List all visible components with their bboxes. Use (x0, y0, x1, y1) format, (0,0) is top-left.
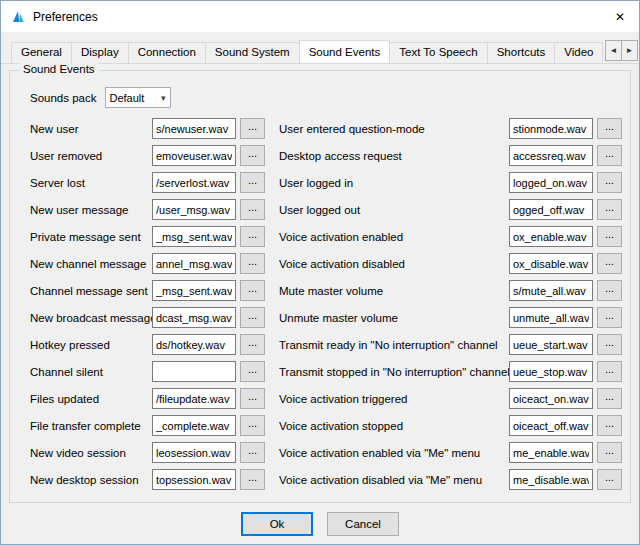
tab-shortcuts[interactable]: Shortcuts (487, 42, 556, 63)
browse-button[interactable]: ... (240, 307, 265, 328)
table-row: Voice activation stopped ... (279, 415, 622, 436)
sound-file-input[interactable] (509, 334, 593, 355)
tab-sound-system[interactable]: Sound System (205, 42, 300, 63)
tab-connection[interactable]: Connection (128, 42, 206, 63)
sound-event-label: Channel silent (30, 366, 152, 378)
sound-file-input[interactable] (509, 469, 593, 490)
browse-button[interactable]: ... (597, 118, 622, 139)
sound-file-input[interactable] (152, 334, 236, 355)
close-button[interactable]: ✕ (601, 2, 639, 32)
sound-file-input[interactable] (152, 145, 236, 166)
browse-button[interactable]: ... (240, 469, 265, 490)
browse-button[interactable]: ... (597, 172, 622, 193)
sound-file-input[interactable] (509, 226, 593, 247)
table-row: Files updated ... (30, 388, 265, 409)
sound-event-label: New user message (30, 204, 152, 216)
table-row: Private message sent ... (30, 226, 265, 247)
table-row: Voice activation disabled ... (279, 253, 622, 274)
ok-button[interactable]: Ok (241, 512, 313, 536)
sound-events-columns: New user ... User removed ... Server los… (30, 118, 622, 496)
sound-file-input[interactable] (509, 442, 593, 463)
browse-button[interactable]: ... (597, 415, 622, 436)
table-row: Transmit stopped in "No interruption" ch… (279, 361, 622, 382)
sound-event-label: Voice activation enabled via "Me" menu (279, 447, 509, 459)
sounds-pack-select[interactable]: Default ▾ (105, 87, 171, 108)
sound-file-input[interactable] (509, 253, 593, 274)
table-row: Mute master volume ... (279, 280, 622, 301)
sound-events-column-right: User entered question-mode ... Desktop a… (279, 118, 622, 496)
sound-file-input[interactable] (152, 307, 236, 328)
table-row: New broadcast message ... (30, 307, 265, 328)
table-row: Channel message sent ... (30, 280, 265, 301)
preferences-dialog: Preferences ✕ General Display Connection… (0, 0, 640, 545)
sound-file-input[interactable] (509, 172, 593, 193)
browse-button[interactable]: ... (240, 172, 265, 193)
sound-event-label: Server lost (30, 177, 152, 189)
table-row: Transmit ready in "No interruption" chan… (279, 334, 622, 355)
browse-button[interactable]: ... (597, 145, 622, 166)
sound-file-input[interactable] (152, 361, 236, 382)
sound-file-input[interactable] (152, 253, 236, 274)
browse-button[interactable]: ... (597, 334, 622, 355)
sound-file-input[interactable] (152, 388, 236, 409)
browse-button[interactable]: ... (240, 388, 265, 409)
browse-button[interactable]: ... (240, 118, 265, 139)
sound-file-input[interactable] (152, 199, 236, 220)
sound-event-label: New channel message (30, 258, 152, 270)
sound-event-label: User logged out (279, 204, 509, 216)
browse-button[interactable]: ... (597, 226, 622, 247)
sound-file-input[interactable] (152, 226, 236, 247)
table-row: Desktop access request ... (279, 145, 622, 166)
browse-button[interactable]: ... (597, 280, 622, 301)
browse-button[interactable]: ... (240, 415, 265, 436)
sound-file-input[interactable] (152, 118, 236, 139)
table-row: Server lost ... (30, 172, 265, 193)
sound-event-label: Private message sent (30, 231, 152, 243)
browse-button[interactable]: ... (597, 307, 622, 328)
browse-button[interactable]: ... (597, 199, 622, 220)
title-bar: Preferences ✕ (1, 1, 639, 32)
sound-file-input[interactable] (152, 280, 236, 301)
table-row: User logged in ... (279, 172, 622, 193)
browse-button[interactable]: ... (597, 253, 622, 274)
tab-general[interactable]: General (11, 42, 72, 63)
sound-file-input[interactable] (509, 307, 593, 328)
tab-text-to-speech[interactable]: Text To Speech (389, 42, 487, 63)
browse-button[interactable]: ... (240, 334, 265, 355)
browse-button[interactable]: ... (240, 361, 265, 382)
browse-button[interactable]: ... (240, 280, 265, 301)
browse-button[interactable]: ... (597, 361, 622, 382)
tab-video[interactable]: Video (554, 42, 603, 63)
browse-button[interactable]: ... (597, 469, 622, 490)
close-icon: ✕ (615, 10, 625, 24)
browse-button[interactable]: ... (240, 253, 265, 274)
sound-file-input[interactable] (152, 172, 236, 193)
tab-display[interactable]: Display (71, 42, 129, 63)
browse-button[interactable]: ... (597, 388, 622, 409)
browse-button[interactable]: ... (240, 199, 265, 220)
tab-scroll-left-button[interactable]: ◄ (605, 40, 622, 61)
cancel-button[interactable]: Cancel (327, 512, 399, 536)
table-row: User entered question-mode ... (279, 118, 622, 139)
table-row: Hotkey pressed ... (30, 334, 265, 355)
tab-sound-events[interactable]: Sound Events (299, 40, 391, 64)
sound-file-input[interactable] (509, 388, 593, 409)
sound-file-input[interactable] (509, 280, 593, 301)
tab-scroll-right-button[interactable]: ► (621, 40, 638, 61)
table-row: Unmute master volume ... (279, 307, 622, 328)
sound-file-input[interactable] (152, 442, 236, 463)
browse-button[interactable]: ... (240, 145, 265, 166)
sound-file-input[interactable] (509, 361, 593, 382)
browse-button[interactable]: ... (240, 226, 265, 247)
sound-event-label: Voice activation stopped (279, 420, 509, 432)
browse-button[interactable]: ... (597, 442, 622, 463)
browse-button[interactable]: ... (240, 442, 265, 463)
sound-events-column-left: New user ... User removed ... Server los… (30, 118, 265, 496)
sound-file-input[interactable] (152, 415, 236, 436)
sound-file-input[interactable] (509, 118, 593, 139)
sound-file-input[interactable] (509, 415, 593, 436)
sound-file-input[interactable] (509, 145, 593, 166)
sound-file-input[interactable] (509, 199, 593, 220)
sound-file-input[interactable] (152, 469, 236, 490)
app-icon (10, 9, 26, 25)
